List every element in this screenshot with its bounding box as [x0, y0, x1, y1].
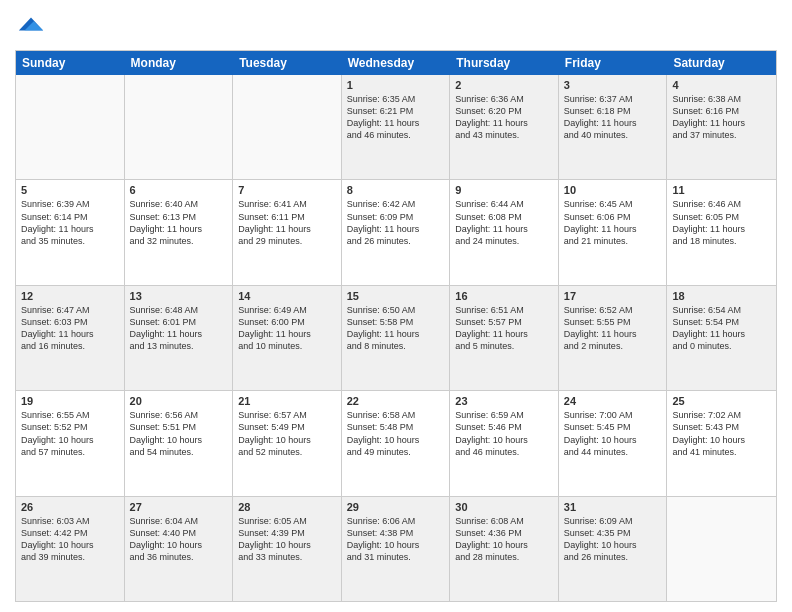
- day-number: 22: [347, 395, 445, 407]
- calendar-cell: 5Sunrise: 6:39 AM Sunset: 6:14 PM Daylig…: [16, 180, 125, 284]
- day-number: 8: [347, 184, 445, 196]
- weekday-header: Wednesday: [342, 51, 451, 75]
- day-number: 20: [130, 395, 228, 407]
- calendar-cell: 8Sunrise: 6:42 AM Sunset: 6:09 PM Daylig…: [342, 180, 451, 284]
- day-info: Sunrise: 6:48 AM Sunset: 6:01 PM Dayligh…: [130, 304, 228, 353]
- day-info: Sunrise: 6:35 AM Sunset: 6:21 PM Dayligh…: [347, 93, 445, 142]
- day-info: Sunrise: 6:47 AM Sunset: 6:03 PM Dayligh…: [21, 304, 119, 353]
- day-number: 28: [238, 501, 336, 513]
- calendar-cell: [233, 75, 342, 179]
- day-number: 4: [672, 79, 771, 91]
- calendar-cell: [125, 75, 234, 179]
- weekday-header: Saturday: [667, 51, 776, 75]
- day-info: Sunrise: 6:58 AM Sunset: 5:48 PM Dayligh…: [347, 409, 445, 458]
- calendar-cell: 14Sunrise: 6:49 AM Sunset: 6:00 PM Dayli…: [233, 286, 342, 390]
- calendar-cell: 22Sunrise: 6:58 AM Sunset: 5:48 PM Dayli…: [342, 391, 451, 495]
- day-number: 6: [130, 184, 228, 196]
- calendar-cell: 23Sunrise: 6:59 AM Sunset: 5:46 PM Dayli…: [450, 391, 559, 495]
- day-number: 9: [455, 184, 553, 196]
- calendar: SundayMondayTuesdayWednesdayThursdayFrid…: [15, 50, 777, 602]
- calendar-cell: 13Sunrise: 6:48 AM Sunset: 6:01 PM Dayli…: [125, 286, 234, 390]
- calendar-cell: 11Sunrise: 6:46 AM Sunset: 6:05 PM Dayli…: [667, 180, 776, 284]
- calendar-body: 1Sunrise: 6:35 AM Sunset: 6:21 PM Daylig…: [16, 75, 776, 601]
- day-info: Sunrise: 6:52 AM Sunset: 5:55 PM Dayligh…: [564, 304, 662, 353]
- day-number: 15: [347, 290, 445, 302]
- calendar-row: 1Sunrise: 6:35 AM Sunset: 6:21 PM Daylig…: [16, 75, 776, 179]
- day-number: 12: [21, 290, 119, 302]
- day-number: 14: [238, 290, 336, 302]
- calendar-cell: 6Sunrise: 6:40 AM Sunset: 6:13 PM Daylig…: [125, 180, 234, 284]
- day-info: Sunrise: 6:05 AM Sunset: 4:39 PM Dayligh…: [238, 515, 336, 564]
- day-number: 27: [130, 501, 228, 513]
- calendar-cell: 31Sunrise: 6:09 AM Sunset: 4:35 PM Dayli…: [559, 497, 668, 601]
- day-info: Sunrise: 6:38 AM Sunset: 6:16 PM Dayligh…: [672, 93, 771, 142]
- calendar-cell: 17Sunrise: 6:52 AM Sunset: 5:55 PM Dayli…: [559, 286, 668, 390]
- day-info: Sunrise: 6:56 AM Sunset: 5:51 PM Dayligh…: [130, 409, 228, 458]
- calendar-cell: 1Sunrise: 6:35 AM Sunset: 6:21 PM Daylig…: [342, 75, 451, 179]
- calendar-cell: 10Sunrise: 6:45 AM Sunset: 6:06 PM Dayli…: [559, 180, 668, 284]
- day-number: 19: [21, 395, 119, 407]
- day-info: Sunrise: 6:50 AM Sunset: 5:58 PM Dayligh…: [347, 304, 445, 353]
- day-info: Sunrise: 6:04 AM Sunset: 4:40 PM Dayligh…: [130, 515, 228, 564]
- weekday-header: Thursday: [450, 51, 559, 75]
- day-info: Sunrise: 7:02 AM Sunset: 5:43 PM Dayligh…: [672, 409, 771, 458]
- day-number: 5: [21, 184, 119, 196]
- calendar-cell: 12Sunrise: 6:47 AM Sunset: 6:03 PM Dayli…: [16, 286, 125, 390]
- calendar-cell: 18Sunrise: 6:54 AM Sunset: 5:54 PM Dayli…: [667, 286, 776, 390]
- day-number: 26: [21, 501, 119, 513]
- calendar-cell: [667, 497, 776, 601]
- weekday-header: Sunday: [16, 51, 125, 75]
- day-number: 17: [564, 290, 662, 302]
- day-info: Sunrise: 6:57 AM Sunset: 5:49 PM Dayligh…: [238, 409, 336, 458]
- day-info: Sunrise: 6:49 AM Sunset: 6:00 PM Dayligh…: [238, 304, 336, 353]
- calendar-cell: 20Sunrise: 6:56 AM Sunset: 5:51 PM Dayli…: [125, 391, 234, 495]
- calendar-cell: 21Sunrise: 6:57 AM Sunset: 5:49 PM Dayli…: [233, 391, 342, 495]
- calendar-cell: 7Sunrise: 6:41 AM Sunset: 6:11 PM Daylig…: [233, 180, 342, 284]
- day-number: 30: [455, 501, 553, 513]
- day-info: Sunrise: 6:41 AM Sunset: 6:11 PM Dayligh…: [238, 198, 336, 247]
- day-number: 10: [564, 184, 662, 196]
- weekday-header: Tuesday: [233, 51, 342, 75]
- day-number: 1: [347, 79, 445, 91]
- calendar-cell: 25Sunrise: 7:02 AM Sunset: 5:43 PM Dayli…: [667, 391, 776, 495]
- calendar-cell: 2Sunrise: 6:36 AM Sunset: 6:20 PM Daylig…: [450, 75, 559, 179]
- weekday-header: Monday: [125, 51, 234, 75]
- calendar-row: 19Sunrise: 6:55 AM Sunset: 5:52 PM Dayli…: [16, 390, 776, 495]
- day-info: Sunrise: 6:51 AM Sunset: 5:57 PM Dayligh…: [455, 304, 553, 353]
- day-info: Sunrise: 6:44 AM Sunset: 6:08 PM Dayligh…: [455, 198, 553, 247]
- day-number: 23: [455, 395, 553, 407]
- page-header: [15, 10, 777, 42]
- day-info: Sunrise: 6:59 AM Sunset: 5:46 PM Dayligh…: [455, 409, 553, 458]
- calendar-cell: 9Sunrise: 6:44 AM Sunset: 6:08 PM Daylig…: [450, 180, 559, 284]
- day-info: Sunrise: 6:36 AM Sunset: 6:20 PM Dayligh…: [455, 93, 553, 142]
- day-number: 7: [238, 184, 336, 196]
- calendar-cell: 3Sunrise: 6:37 AM Sunset: 6:18 PM Daylig…: [559, 75, 668, 179]
- day-info: Sunrise: 6:39 AM Sunset: 6:14 PM Dayligh…: [21, 198, 119, 247]
- day-number: 11: [672, 184, 771, 196]
- day-number: 25: [672, 395, 771, 407]
- day-number: 31: [564, 501, 662, 513]
- calendar-cell: 30Sunrise: 6:08 AM Sunset: 4:36 PM Dayli…: [450, 497, 559, 601]
- calendar-cell: 15Sunrise: 6:50 AM Sunset: 5:58 PM Dayli…: [342, 286, 451, 390]
- day-number: 29: [347, 501, 445, 513]
- day-info: Sunrise: 6:09 AM Sunset: 4:35 PM Dayligh…: [564, 515, 662, 564]
- calendar-row: 12Sunrise: 6:47 AM Sunset: 6:03 PM Dayli…: [16, 285, 776, 390]
- weekday-header: Friday: [559, 51, 668, 75]
- day-info: Sunrise: 7:00 AM Sunset: 5:45 PM Dayligh…: [564, 409, 662, 458]
- calendar-cell: [16, 75, 125, 179]
- day-info: Sunrise: 6:40 AM Sunset: 6:13 PM Dayligh…: [130, 198, 228, 247]
- calendar-cell: 28Sunrise: 6:05 AM Sunset: 4:39 PM Dayli…: [233, 497, 342, 601]
- day-number: 21: [238, 395, 336, 407]
- day-info: Sunrise: 6:08 AM Sunset: 4:36 PM Dayligh…: [455, 515, 553, 564]
- calendar-header: SundayMondayTuesdayWednesdayThursdayFrid…: [16, 51, 776, 75]
- day-number: 2: [455, 79, 553, 91]
- day-number: 13: [130, 290, 228, 302]
- day-info: Sunrise: 6:45 AM Sunset: 6:06 PM Dayligh…: [564, 198, 662, 247]
- calendar-row: 26Sunrise: 6:03 AM Sunset: 4:42 PM Dayli…: [16, 496, 776, 601]
- calendar-cell: 19Sunrise: 6:55 AM Sunset: 5:52 PM Dayli…: [16, 391, 125, 495]
- logo: [15, 10, 45, 42]
- day-info: Sunrise: 6:55 AM Sunset: 5:52 PM Dayligh…: [21, 409, 119, 458]
- logo-icon: [17, 10, 45, 38]
- calendar-cell: 24Sunrise: 7:00 AM Sunset: 5:45 PM Dayli…: [559, 391, 668, 495]
- day-info: Sunrise: 6:06 AM Sunset: 4:38 PM Dayligh…: [347, 515, 445, 564]
